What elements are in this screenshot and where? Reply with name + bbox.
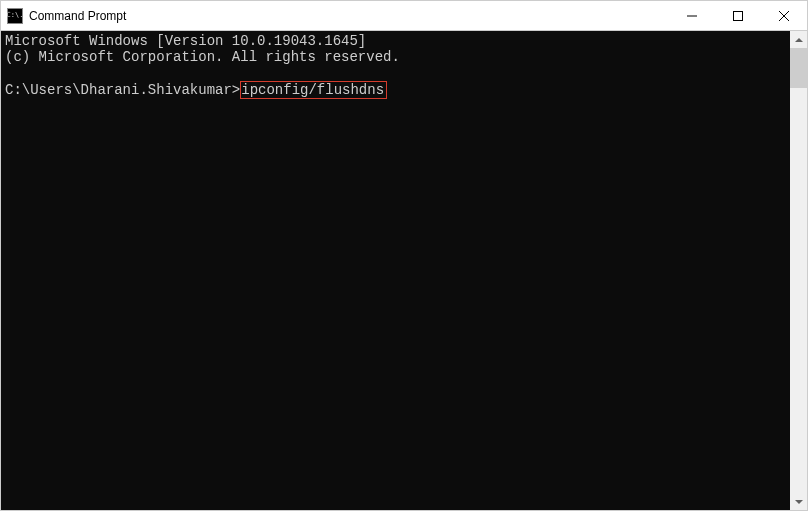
client-area: Microsoft Windows [Version 10.0.19043.16… — [0, 30, 808, 511]
titlebar: C:\. Command Prompt — [0, 0, 808, 30]
copyright-line: (c) Microsoft Corporation. All rights re… — [5, 49, 400, 65]
vertical-scrollbar[interactable] — [790, 31, 807, 510]
minimize-button[interactable] — [669, 1, 715, 30]
window-title: Command Prompt — [29, 9, 126, 23]
app-icon-glyph: C:\. — [7, 12, 24, 19]
command-text: ipconfig/flushdns — [240, 81, 387, 99]
maximize-button[interactable] — [715, 1, 761, 30]
scroll-up-button[interactable] — [790, 31, 807, 48]
svg-rect-1 — [734, 11, 743, 20]
svg-marker-4 — [795, 38, 803, 42]
terminal-area[interactable]: Microsoft Windows [Version 10.0.19043.16… — [1, 31, 790, 510]
titlebar-left: C:\. Command Prompt — [7, 8, 126, 24]
scroll-thumb[interactable] — [790, 48, 807, 88]
command-prompt-icon: C:\. — [7, 8, 23, 24]
version-line: Microsoft Windows [Version 10.0.19043.16… — [5, 33, 366, 49]
window-controls — [669, 1, 807, 30]
prompt-text: C:\Users\Dharani.Shivakumar> — [5, 82, 240, 98]
close-button[interactable] — [761, 1, 807, 30]
scroll-down-button[interactable] — [790, 493, 807, 510]
scroll-track[interactable] — [790, 48, 807, 493]
svg-marker-5 — [795, 500, 803, 504]
